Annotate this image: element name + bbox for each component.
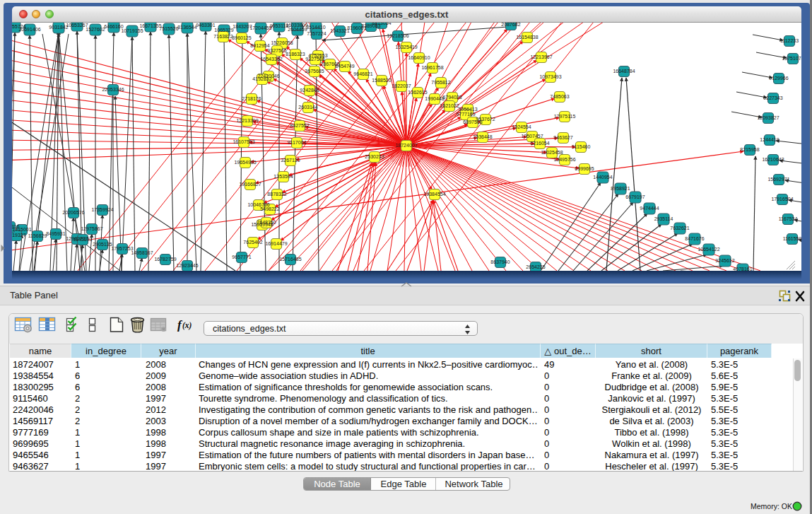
svg-text:9777169: 9777169	[456, 112, 475, 117]
svg-text:9537672: 9537672	[476, 117, 495, 122]
svg-text:6679197: 6679197	[625, 194, 645, 199]
svg-text:1145193: 1145193	[73, 237, 93, 242]
svg-text:2087682: 2087682	[501, 23, 520, 27]
svg-text:1621022: 1621022	[440, 103, 459, 108]
svg-text:17204455: 17204455	[249, 25, 271, 30]
svg-text:2718176: 2718176	[242, 96, 261, 101]
svg-text:7485063: 7485063	[550, 94, 569, 99]
svg-text:19218506: 19218506	[387, 33, 408, 38]
svg-text:19166827: 19166827	[239, 182, 261, 187]
svg-text:9327505: 9327505	[267, 48, 286, 53]
svg-text:7955812: 7955812	[431, 80, 450, 85]
svg-text:8912954: 8912954	[250, 43, 269, 48]
svg-text:17359924: 17359924	[91, 207, 113, 212]
svg-text:9327508: 9327508	[305, 57, 324, 62]
svg-text:9242848: 9242848	[300, 88, 319, 93]
svg-text:8960125: 8960125	[232, 35, 251, 40]
svg-text:6794028: 6794028	[442, 95, 461, 100]
svg-text:3056413: 3056413	[458, 107, 477, 112]
svg-text:8136544: 8136544	[177, 25, 196, 30]
svg-text:17957253: 17957253	[111, 246, 133, 251]
svg-text:17916504: 17916504	[771, 197, 793, 201]
svg-text:15692971: 15692971	[767, 177, 789, 182]
svg-text:16107553: 16107553	[233, 139, 254, 144]
svg-text:9474444: 9474444	[640, 206, 659, 211]
svg-text:2905135: 2905135	[93, 242, 112, 247]
svg-text:7625402: 7625402	[243, 240, 262, 245]
svg-text:8958921: 8958921	[611, 186, 630, 191]
svg-text:2530213: 2530213	[365, 154, 384, 159]
svg-text:1440954: 1440954	[593, 175, 612, 180]
svg-text:9227343: 9227343	[763, 95, 782, 100]
svg-text:6999695: 6999695	[575, 166, 594, 171]
svg-text:12213309: 12213309	[236, 118, 258, 123]
svg-text:16154838: 16154838	[516, 35, 538, 40]
svg-text:(x): (x)	[182, 321, 192, 330]
svg-text:22053346: 22053346	[102, 87, 124, 92]
svg-text:10507457: 10507457	[521, 134, 543, 139]
svg-text:16210643: 16210643	[762, 157, 784, 162]
svg-text:3267130: 3267130	[281, 158, 300, 163]
svg-text:10973493: 10973493	[539, 74, 561, 79]
svg-text:9463301: 9463301	[196, 23, 215, 28]
svg-text:2603144: 2603144	[298, 105, 317, 110]
svg-text:20206576: 20206576	[62, 210, 84, 215]
svg-text:10654122: 10654122	[698, 247, 719, 252]
svg-text:9463627: 9463627	[553, 135, 572, 140]
svg-text:6216054: 6216054	[530, 141, 549, 146]
svg-text:8637940: 8637940	[490, 259, 510, 264]
svg-text:16782759: 16782759	[154, 257, 176, 262]
svg-text:12213967: 12213967	[530, 54, 552, 59]
svg-text:19384554: 19384554	[423, 192, 445, 197]
svg-text:8878332: 8878332	[267, 192, 286, 197]
svg-text:15325419: 15325419	[395, 45, 417, 49]
svg-text:1112233: 1112233	[780, 38, 799, 43]
svg-text:16033809: 16033809	[286, 23, 307, 28]
svg-text:8471676: 8471676	[685, 236, 704, 241]
svg-text:1362615: 1362615	[408, 90, 427, 95]
svg-text:8514410: 8514410	[306, 25, 325, 30]
svg-text:9117004: 9117004	[288, 140, 307, 145]
svg-text:9657771: 9657771	[232, 255, 251, 259]
svg-text:10025458: 10025458	[541, 150, 563, 155]
svg-text:16671355: 16671355	[139, 23, 161, 28]
svg-text:15716485: 15716485	[279, 257, 301, 262]
svg-text:7632621: 7632621	[670, 226, 689, 230]
svg-text:9115460: 9115460	[572, 144, 591, 149]
svg-text:16543362: 16543362	[260, 57, 282, 62]
svg-text:1822037: 1822037	[392, 83, 411, 88]
svg-text:7357224: 7357224	[307, 31, 326, 36]
svg-text:8427552: 8427552	[290, 123, 309, 128]
svg-text:3675685: 3675685	[305, 69, 324, 74]
svg-text:8454749: 8454749	[335, 64, 354, 69]
svg-text:3919327: 3919327	[12, 233, 26, 238]
svg-text:14958167: 14958167	[131, 250, 153, 255]
svg-text:12923445: 12923445	[176, 263, 198, 268]
svg-text:2654235: 2654235	[526, 264, 545, 269]
svg-text:1527602: 1527602	[86, 27, 105, 32]
svg-text:7648350: 7648350	[257, 220, 276, 225]
svg-text:8186323: 8186323	[286, 52, 305, 57]
svg-text:13495756: 13495756	[553, 157, 575, 162]
svg-text:2536448: 2536448	[473, 134, 492, 139]
svg-text:2604459: 2604459	[288, 27, 307, 32]
svg-text:16914479: 16914479	[265, 241, 287, 246]
svg-text:2935114: 2935114	[654, 216, 673, 221]
svg-text:1353594: 1353594	[273, 174, 293, 179]
svg-text:4192832: 4192832	[252, 76, 271, 81]
svg-text:12093827: 12093827	[757, 115, 779, 120]
svg-text:8215958: 8215958	[740, 147, 759, 152]
svg-text:9245612: 9245612	[715, 258, 734, 263]
svg-text:15751074: 15751074	[782, 56, 801, 61]
svg-text:18724007: 18724007	[395, 143, 417, 148]
svg-text:15226058: 15226058	[271, 40, 293, 45]
svg-text:10653267: 10653267	[66, 23, 88, 28]
svg-text:1167534: 1167534	[779, 216, 798, 221]
svg-text:7515526: 7515526	[159, 26, 178, 31]
svg-text:9129966: 9129966	[769, 76, 788, 81]
svg-text:1244419: 1244419	[760, 137, 779, 142]
svg-text:8495931: 8495931	[46, 231, 65, 236]
svg-text:20691406: 20691406	[18, 27, 40, 32]
svg-text:12975867: 12975867	[81, 226, 102, 231]
svg-text:1990448: 1990448	[425, 96, 444, 101]
